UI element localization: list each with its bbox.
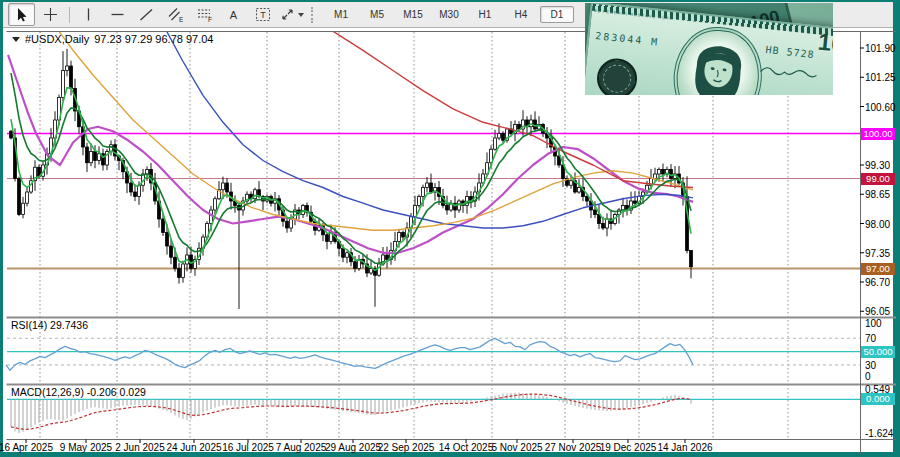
date-tick-label: 24 Jun 2025 [166,442,221,453]
price-tick-label: 101.90 [865,43,896,54]
date-tick-label: 27 Nov 2025 [545,442,602,453]
macd-zero-badge: 0.000 [861,393,895,405]
macd-scale-bottom-label: -1.624 [865,428,893,439]
serial-number-left: 283044 M [595,30,660,48]
macd-label: MACD(12,26,9) -0.206 0.029 [11,386,146,398]
date-tick-label: 19 Dec 2025 [600,442,657,453]
date-tick-label: 16 Jul 2025 [222,442,274,453]
date-tick-label: 5 Nov 2025 [491,442,542,453]
price-tick-label: 96.05 [865,306,890,317]
date-tick-label: 16 Apr 2025 [0,442,53,453]
serial-number-right: HB 5728 [765,44,815,60]
franklin-portrait [669,23,767,95]
rsi-scale-label: 0 [865,370,871,381]
rsi-50-badge: 50.000 [861,346,895,358]
date-tick-label: 9 May 2025 [60,442,112,453]
price-tick-label: 101.25 [865,72,896,83]
date-tick-label: 14 Jan 2026 [657,442,712,453]
price-level-badge: 100.00 [861,128,895,140]
date-tick-label: 7 Aug 2025 [276,442,327,453]
rsi-scale-label: 70 [865,333,876,344]
mt4-chart-window: EFATM1M5M15M30H1H4D1W1MN #USDX,Daily 97.… [0,0,900,457]
price-tick-label: 100.60 [865,101,896,112]
price-tick-label: 99.30 [865,160,890,171]
price-level-badge: 97.00 [861,263,895,275]
price-level-badge: 99.00 [861,173,895,185]
chart-title: #USDX,Daily 97.23 97.29 96.78 97.04 [12,33,213,45]
date-tick-label: 22 Sep 2025 [378,442,435,453]
ohlc-values: 97.23 97.29 96.78 97.04 [94,33,213,45]
price-tick-label: 98.65 [865,189,890,200]
price-tick-label: 98.00 [865,218,890,229]
rsi-scale-label: 100 [865,318,882,329]
rsi-scale-label: 30 [865,360,876,371]
rsi-label: RSI(14) 29.7436 [11,319,88,331]
date-tick-label: 14 Oct 2025 [439,442,493,453]
price-tick-label: 97.35 [865,247,890,258]
date-tick-label: 29 Aug 2025 [325,442,381,453]
symbol-period-label: #USDX,Daily [25,33,89,45]
dollar-bills-photo: 100 B2 FEDERAL RESERVE NOTE 283044 M HB … [585,3,833,95]
denomination-100-front: 100 [817,28,833,60]
symbol-dropdown-icon[interactable] [12,37,20,42]
foreground-dollar-bill: B2 FEDERAL RESERVE NOTE 283044 M HB 5728… [585,3,833,95]
federal-reserve-seal [595,57,639,95]
date-tick-label: 2 Jun 2025 [115,442,165,453]
price-tick-label: 96.70 [865,277,890,288]
franklin-portrait-drawing [682,35,754,95]
treasurer-signature [758,61,819,83]
